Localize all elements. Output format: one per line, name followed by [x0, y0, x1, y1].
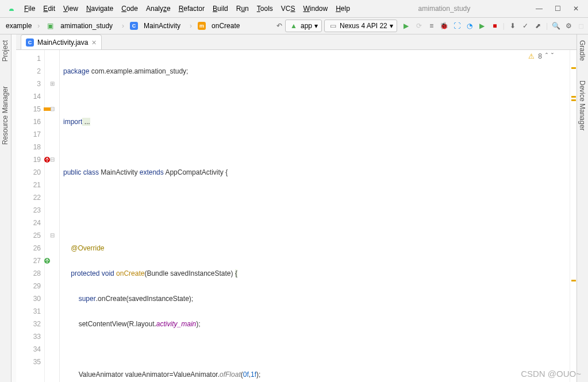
menu-navigate[interactable]: Navigate — [83, 3, 117, 14]
project-title: amimation_study — [353, 5, 535, 13]
gutter: 12314 15 161718 19 20212223242526 27 282… — [16, 50, 45, 382]
file-tab-mainactivity[interactable]: C MainActivity.java × — [21, 34, 102, 49]
editor-tabs: C MainActivity.java × — [16, 34, 577, 50]
chevron-up-icon[interactable]: ˆ — [545, 52, 548, 60]
run-button[interactable]: ▶ — [402, 21, 411, 30]
device-selector[interactable]: ▭ Nexus 4 API 22 ▾ — [324, 20, 397, 32]
stop-button[interactable]: ■ — [490, 21, 499, 30]
profiler-button[interactable]: ◔ — [465, 21, 474, 30]
source[interactable]: package com.example.amimation_study; imp… — [60, 50, 570, 382]
menu-file[interactable]: File — [21, 3, 39, 14]
close-tab-icon[interactable]: × — [91, 38, 96, 47]
inspection-widget[interactable]: ⚠ 8 ˆ ˇ — [528, 52, 554, 60]
thumbnail-strip — [11, 34, 16, 382]
structure-icon — [43, 105, 51, 113]
debug-button[interactable]: 🐞 — [440, 21, 449, 30]
avatar-icon[interactable]: ◻ — [577, 21, 586, 30]
resource-manager-tab[interactable]: Resource Manager — [1, 86, 9, 145]
minimize-button[interactable]: — — [535, 5, 543, 13]
maximize-button[interactable]: ☐ — [554, 5, 562, 13]
menu-edit[interactable]: Edit — [40, 3, 59, 14]
settings-button[interactable]: ⚙ — [564, 21, 573, 30]
menu-window[interactable]: Window — [299, 3, 331, 14]
toolbar: example› ▣amimation_study› CMainActivity… — [0, 17, 588, 34]
chevron-down-icon: ▾ — [390, 22, 393, 30]
menu-analyze[interactable]: Analyze — [143, 3, 174, 14]
device-icon: ▭ — [328, 21, 337, 30]
breadcrumb: example› ▣amimation_study› CMainActivity… — [2, 20, 247, 32]
menu-code[interactable]: Code — [118, 3, 141, 14]
crumb-example[interactable]: example — [2, 21, 35, 31]
android-module-icon: ▣ — [45, 21, 55, 30]
coverage-button[interactable]: ⛶ — [452, 21, 462, 30]
titlebar: File Edit View Navigate Code Analyze Ref… — [0, 0, 588, 17]
class-icon: C — [130, 22, 138, 30]
warning-icon: ⚠ — [528, 52, 535, 60]
attach-debugger-button[interactable]: ▶ — [478, 21, 487, 30]
close-button[interactable]: ✕ — [572, 5, 580, 13]
method-icon: m — [198, 22, 206, 30]
crumb-method[interactable]: monCreate — [194, 20, 247, 32]
class-icon: C — [26, 38, 34, 47]
override-icon[interactable] — [43, 155, 51, 163]
git-update-button[interactable]: ⬇ — [508, 21, 517, 30]
watermark: CSDN @OUO~ — [521, 369, 581, 379]
crumb-module[interactable]: ▣amimation_study — [42, 20, 120, 32]
menu-refactor[interactable]: Refactor — [175, 3, 208, 14]
run-config-selector[interactable]: ▲ app ▾ — [285, 20, 322, 32]
menu-build[interactable]: Build — [209, 3, 232, 14]
project-tool-tab[interactable]: Project — [1, 40, 9, 61]
editor: C MainActivity.java × 12314 15 161718 19… — [16, 34, 577, 382]
code-area[interactable]: 12314 15 161718 19 20212223242526 27 282… — [16, 50, 577, 382]
apply-code-button[interactable]: ≡ — [427, 21, 436, 30]
git-commit-button[interactable]: ✓ — [521, 21, 530, 30]
back-icon[interactable]: ↶ — [275, 21, 284, 30]
menu-help[interactable]: Help — [332, 3, 353, 14]
search-everywhere-button[interactable]: 🔍 — [551, 21, 560, 30]
chevron-down-icon: ▾ — [314, 22, 318, 30]
device-manager-tab[interactable]: Device Manager — [578, 80, 586, 130]
error-stripe[interactable] — [570, 50, 577, 382]
android-studio-logo — [7, 4, 16, 13]
main-menu: File Edit View Navigate Code Analyze Ref… — [21, 3, 353, 14]
override-icon[interactable] — [43, 256, 51, 264]
menu-vcs[interactable]: VCS — [278, 3, 299, 14]
fold-column: ⊞⊟ ⊟ ⊟ — [45, 50, 60, 382]
right-sidebar: Gradle Device Manager — [577, 34, 588, 382]
svg-rect-0 — [44, 107, 51, 111]
chevron-down-icon[interactable]: ˇ — [551, 52, 554, 60]
menu-view[interactable]: View — [60, 3, 82, 14]
android-app-icon: ▲ — [289, 21, 298, 30]
crumb-class[interactable]: CMainActivity — [126, 20, 187, 32]
menu-tools[interactable]: Tools — [253, 3, 276, 14]
gradle-tool-tab[interactable]: Gradle — [578, 40, 586, 61]
git-push-button[interactable]: ⬈ — [533, 21, 543, 30]
apply-changes-button[interactable]: ⟳ — [414, 21, 424, 30]
left-sidebar: Project Resource Manager — [0, 34, 11, 382]
menu-run[interactable]: Run — [233, 3, 252, 14]
